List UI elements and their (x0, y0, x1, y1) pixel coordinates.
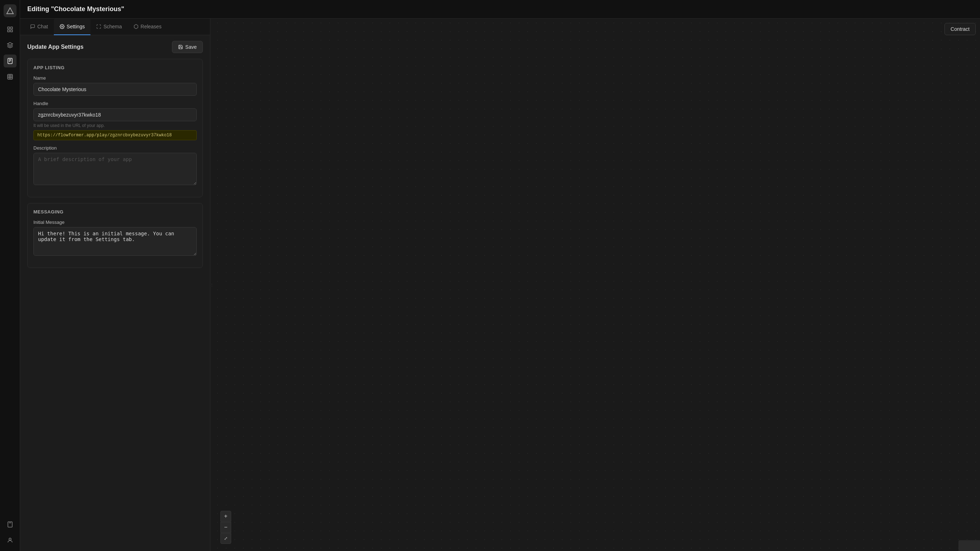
sidebar-item-table[interactable] (3, 70, 16, 83)
name-label: Name (33, 75, 197, 81)
tab-chat-label: Chat (37, 24, 48, 29)
initial-message-label: Initial Message (33, 219, 197, 225)
app-listing-title: App Listing (33, 65, 197, 70)
svg-marker-0 (6, 8, 13, 14)
main-area: Editing "Chocolate Mysterious" Chat Sett… (20, 0, 980, 551)
messaging-section: Messaging Initial Message Hi there! This… (27, 203, 203, 268)
sidebar-item-layers[interactable] (3, 39, 16, 52)
contract-button[interactable]: Contract (945, 23, 976, 35)
svg-rect-3 (8, 30, 10, 32)
schema-icon (96, 24, 101, 29)
svg-point-8 (9, 538, 11, 540)
name-input[interactable] (33, 83, 197, 96)
grid-icon (7, 26, 13, 33)
sidebar-item-document[interactable] (3, 54, 16, 67)
handle-hint: It will be used in the URL of your app. (33, 123, 197, 128)
corner-indicator (958, 540, 980, 551)
page-icon (7, 521, 13, 528)
tab-releases[interactable]: Releases (128, 19, 167, 35)
zoom-controls: + − ⤢ (220, 511, 231, 544)
save-label: Save (185, 44, 197, 50)
releases-icon (134, 24, 138, 29)
document-icon (7, 58, 13, 64)
triangle-icon (6, 7, 14, 15)
table-icon (7, 73, 13, 80)
panel-content: Update App Settings Save App Listing Nam… (20, 35, 210, 551)
svg-rect-2 (10, 27, 12, 29)
tab-settings[interactable]: Settings (54, 19, 91, 35)
sidebar-item-grid[interactable] (3, 23, 16, 36)
sidebar-bottom (3, 518, 16, 547)
tab-releases-label: Releases (141, 24, 162, 29)
layers-icon (7, 42, 13, 48)
left-panel: Chat Settings Schema (20, 19, 210, 551)
zoom-out-button[interactable]: − (220, 522, 231, 533)
zoom-in-button[interactable]: + (220, 511, 231, 522)
tab-schema[interactable]: Schema (91, 19, 127, 35)
handle-input[interactable] (33, 108, 197, 121)
svg-rect-4 (10, 30, 12, 32)
sidebar-item-page[interactable] (3, 518, 16, 531)
description-field-group: Description (33, 145, 197, 186)
tab-schema-label: Schema (103, 24, 122, 29)
sidebar-item-user[interactable] (3, 534, 16, 547)
canvas-area[interactable]: Contract + − ⤢ (213, 19, 980, 551)
messaging-title: Messaging (33, 209, 197, 214)
handle-url: https://flowformer.app/play/zgznrcbxybez… (33, 130, 197, 140)
chat-icon (30, 24, 35, 29)
description-textarea[interactable] (33, 153, 197, 185)
initial-message-textarea[interactable]: Hi there! This is an initial message. Yo… (33, 227, 197, 256)
sidebar (0, 0, 20, 551)
save-icon (178, 44, 183, 49)
update-header: Update App Settings Save (27, 41, 203, 53)
initial-message-field-group: Initial Message Hi there! This is an ini… (33, 219, 197, 257)
content-area: Chat Settings Schema (20, 19, 980, 551)
tab-chat[interactable]: Chat (24, 19, 54, 35)
update-title: Update App Settings (27, 44, 84, 50)
logo-button[interactable] (3, 4, 16, 17)
page-title: Editing "Chocolate Mysterious" (27, 5, 124, 13)
handle-label: Handle (33, 101, 197, 106)
resize-handle[interactable]: ⋮ (210, 19, 213, 551)
svg-rect-1 (8, 27, 10, 29)
user-icon (7, 537, 13, 543)
zoom-fit-button[interactable]: ⤢ (220, 533, 231, 544)
save-button[interactable]: Save (172, 41, 203, 53)
settings-icon (60, 24, 65, 29)
app-listing-section: App Listing Name Handle It will be used … (27, 59, 203, 197)
tabs-bar: Chat Settings Schema (20, 19, 210, 35)
description-label: Description (33, 145, 197, 151)
header: Editing "Chocolate Mysterious" (20, 0, 980, 19)
handle-field-group: Handle It will be used in the URL of you… (33, 101, 197, 140)
name-field-group: Name (33, 75, 197, 96)
svg-rect-6 (8, 74, 13, 79)
svg-point-9 (61, 26, 63, 27)
tab-settings-label: Settings (67, 24, 85, 29)
